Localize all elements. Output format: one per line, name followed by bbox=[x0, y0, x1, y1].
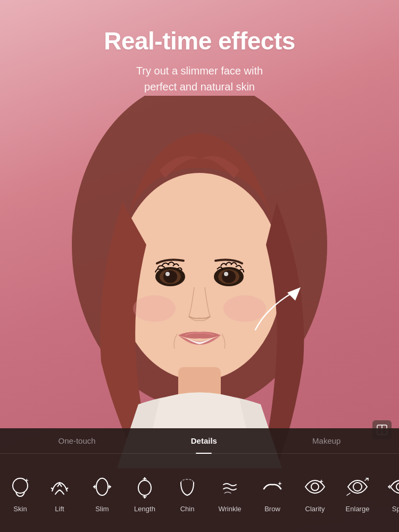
subtitle: Try out a slimmer face with perfect and … bbox=[11, 63, 388, 95]
tab-bar: One-touch Details Makeup bbox=[0, 428, 399, 454]
tab-details[interactable]: Details bbox=[180, 432, 228, 450]
tool-span[interactable]: Span bbox=[379, 468, 399, 518]
svg-point-9 bbox=[222, 270, 236, 283]
brow-icon bbox=[259, 473, 286, 501]
chin-label: Chin bbox=[180, 505, 195, 513]
bottom-panel: One-touch Details Makeup Skin bbox=[0, 428, 399, 532]
wrinkle-label: Wrinkle bbox=[218, 505, 241, 513]
tool-clarity[interactable]: Clarity bbox=[294, 468, 336, 518]
brow-label: Brow bbox=[264, 505, 280, 513]
lift-label: Lift bbox=[55, 505, 64, 513]
slim-label: Slim bbox=[95, 505, 109, 513]
app-container: Real-time effects Try out a slimmer face… bbox=[0, 0, 399, 532]
slim-icon bbox=[88, 473, 116, 501]
svg-point-11 bbox=[133, 295, 176, 322]
svg-point-19 bbox=[311, 483, 319, 491]
svg-point-6 bbox=[165, 272, 170, 276]
lift-icon bbox=[46, 473, 73, 501]
tab-one-touch[interactable]: One-touch bbox=[48, 432, 106, 450]
chin-icon bbox=[173, 473, 201, 501]
tool-brow[interactable]: Brow bbox=[251, 468, 294, 518]
main-title: Real-time effects bbox=[11, 27, 388, 55]
svg-marker-13 bbox=[287, 287, 301, 301]
tool-slim[interactable]: Slim bbox=[81, 468, 123, 518]
tab-makeup[interactable]: Makeup bbox=[302, 432, 351, 450]
svg-point-1 bbox=[117, 173, 282, 380]
skin-icon bbox=[6, 473, 34, 501]
header-section: Real-time effects Try out a slimmer face… bbox=[0, 16, 399, 105]
length-label: Length bbox=[134, 505, 155, 513]
svg-point-20 bbox=[353, 483, 362, 491]
svg-point-17 bbox=[96, 478, 108, 495]
tool-chin[interactable]: Chin bbox=[166, 468, 209, 518]
wrinkle-icon bbox=[216, 473, 244, 501]
svg-point-10 bbox=[224, 272, 228, 276]
span-icon bbox=[386, 473, 399, 501]
tool-skin[interactable]: Skin bbox=[2, 468, 38, 518]
skin-label: Skin bbox=[13, 505, 27, 513]
svg-point-21 bbox=[396, 483, 399, 491]
tool-lift[interactable]: Lift bbox=[38, 468, 81, 518]
length-icon bbox=[131, 473, 159, 501]
tools-row: Skin Lift bbox=[0, 454, 399, 532]
enlarge-label: Enlarge bbox=[346, 505, 370, 513]
enlarge-icon bbox=[344, 473, 371, 501]
tool-enlarge[interactable]: Enlarge bbox=[336, 468, 379, 518]
arrow-indicator bbox=[250, 282, 314, 337]
svg-point-18 bbox=[138, 480, 151, 495]
span-label: Span bbox=[392, 505, 399, 513]
svg-point-5 bbox=[163, 270, 177, 283]
tool-length[interactable]: Length bbox=[123, 468, 166, 518]
clarity-icon bbox=[301, 473, 329, 501]
tool-wrinkle[interactable]: Wrinkle bbox=[209, 468, 251, 518]
clarity-label: Clarity bbox=[305, 505, 325, 513]
